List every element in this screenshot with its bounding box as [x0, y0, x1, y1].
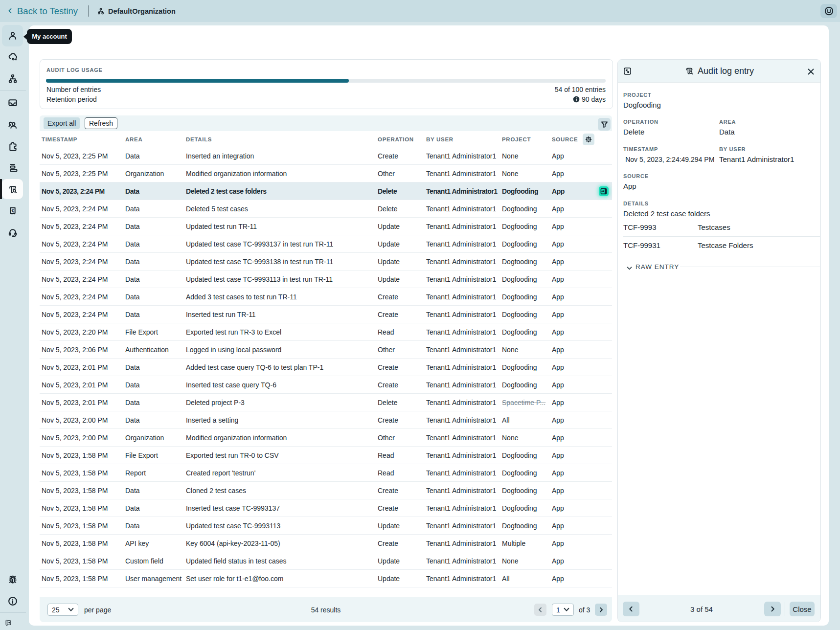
- svg-text:€: €: [11, 208, 14, 213]
